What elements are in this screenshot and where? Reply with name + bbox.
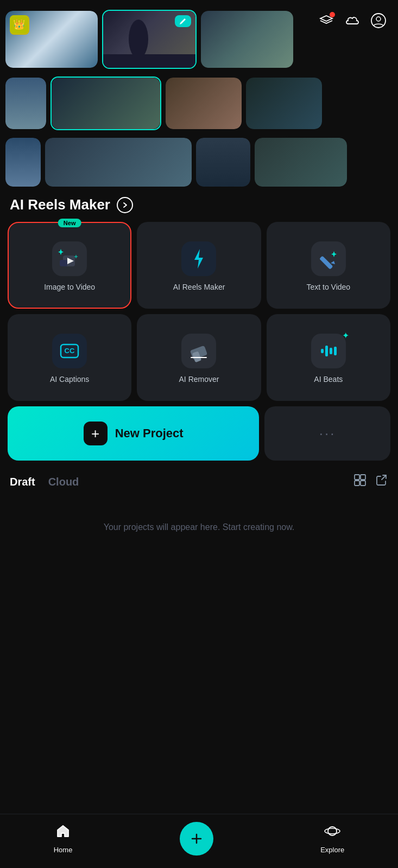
- text-to-video-label: Text to Video: [306, 283, 350, 291]
- svg-rect-8: [60, 260, 67, 266]
- thumbnails-section: 👑: [0, 0, 398, 192]
- edit-icon[interactable]: [318, 12, 335, 29]
- section-header: AI Reels Maker: [0, 192, 398, 222]
- ai-reels-maker-label: AI Reels Maker: [173, 283, 225, 291]
- empty-state: Your projects will appear here. Start cr…: [0, 495, 398, 559]
- svg-rect-21: [355, 481, 359, 486]
- tool-ai-remover[interactable]: AI Remover: [137, 314, 261, 401]
- tool-text-to-video[interactable]: Text to Video: [267, 222, 390, 309]
- tab-cloud[interactable]: Cloud: [48, 476, 79, 488]
- svg-rect-16: [325, 346, 328, 356]
- svg-rect-22: [361, 481, 365, 486]
- home-label: Home: [54, 846, 73, 854]
- tab-draft[interactable]: Draft: [10, 476, 35, 488]
- thumbnail-3[interactable]: [201, 11, 293, 68]
- new-project-button[interactable]: + New Project: [8, 406, 259, 461]
- nav-create-button[interactable]: [180, 822, 213, 856]
- bottom-nav: Home Explore: [0, 814, 398, 868]
- grid-view-icon[interactable]: [353, 474, 367, 490]
- crown-badge: 👑: [10, 15, 28, 34]
- svg-rect-5: [103, 54, 195, 68]
- image-to-video-label: Image to Video: [44, 283, 95, 291]
- explore-icon: [324, 824, 340, 843]
- home-icon: [55, 824, 71, 843]
- svg-rect-17: [330, 348, 332, 354]
- thumbnail-4[interactable]: [5, 78, 46, 129]
- cloud-icon[interactable]: [344, 12, 361, 29]
- thumbnail-5[interactable]: [50, 76, 161, 130]
- svg-rect-19: [355, 475, 359, 480]
- draft-cloud-row: Draft Cloud: [0, 468, 398, 495]
- top-icons-row: [318, 12, 387, 29]
- thumbnail-8[interactable]: [5, 138, 41, 187]
- svg-point-4: [129, 20, 148, 59]
- ai-remover-label: AI Remover: [179, 375, 219, 384]
- nav-home[interactable]: Home: [54, 824, 73, 854]
- svg-rect-15: [321, 349, 324, 353]
- tool-ai-beats[interactable]: ✦ AI Beats: [267, 314, 390, 401]
- thumbnail-row-2: [0, 74, 398, 136]
- thumbnail-2[interactable]: [102, 10, 197, 69]
- section-title: AI Reels Maker: [10, 196, 110, 213]
- ai-beats-label: AI Beats: [314, 375, 343, 384]
- text-to-video-icon-wrap: [311, 241, 346, 276]
- svg-rect-9: [319, 256, 333, 269]
- explore-label: Explore: [320, 846, 344, 854]
- ai-remover-icon-wrap: [181, 334, 216, 368]
- svg-point-3: [376, 17, 381, 21]
- ai-beats-icon-wrap: ✦: [311, 334, 346, 368]
- edit-badge: [175, 15, 191, 27]
- bottom-actions: + New Project ···: [0, 406, 398, 468]
- more-dots: ···: [319, 425, 336, 442]
- tool-ai-captions[interactable]: CC AI Captions: [8, 314, 131, 401]
- section-arrow[interactable]: [117, 197, 133, 213]
- profile-icon[interactable]: [370, 12, 387, 29]
- thumbnail-7[interactable]: [246, 78, 322, 129]
- ai-captions-icon-wrap: CC: [52, 334, 87, 368]
- ai-captions-label: AI Captions: [50, 375, 89, 384]
- notification-dot: [330, 12, 335, 17]
- svg-text:CC: CC: [65, 347, 75, 355]
- thumbnail-row-1: 👑: [0, 0, 398, 74]
- new-badge: New: [58, 219, 81, 227]
- thumbnail-6[interactable]: [166, 78, 242, 129]
- thumbnail-9[interactable]: [45, 138, 192, 187]
- tabs-left: Draft Cloud: [10, 476, 79, 488]
- thumbnail-11[interactable]: [255, 138, 347, 187]
- thumbnail-10[interactable]: [196, 138, 250, 187]
- thumbnail-1[interactable]: 👑: [5, 11, 98, 68]
- svg-point-26: [325, 828, 340, 834]
- empty-state-message: Your projects will appear here. Start cr…: [104, 522, 295, 532]
- thumbnail-row-3: [0, 136, 398, 192]
- new-project-plus-icon: +: [84, 422, 108, 445]
- new-project-label: New Project: [115, 426, 184, 441]
- nav-explore[interactable]: Explore: [320, 824, 344, 854]
- tool-image-to-video[interactable]: New Image to Video: [8, 222, 131, 309]
- ai-reels-icon-wrap: [181, 241, 216, 276]
- image-to-video-icon-wrap: [52, 241, 87, 276]
- beats-sparkle-icon: ✦: [342, 330, 349, 341]
- svg-rect-20: [361, 475, 365, 480]
- more-options-button[interactable]: ···: [264, 406, 390, 461]
- tools-grid: New Image to Video AI Reels Maker: [0, 222, 398, 406]
- svg-rect-18: [334, 347, 337, 355]
- tool-ai-reels-maker[interactable]: AI Reels Maker: [137, 222, 261, 309]
- tabs-right: [353, 474, 388, 490]
- export-icon[interactable]: [375, 474, 388, 490]
